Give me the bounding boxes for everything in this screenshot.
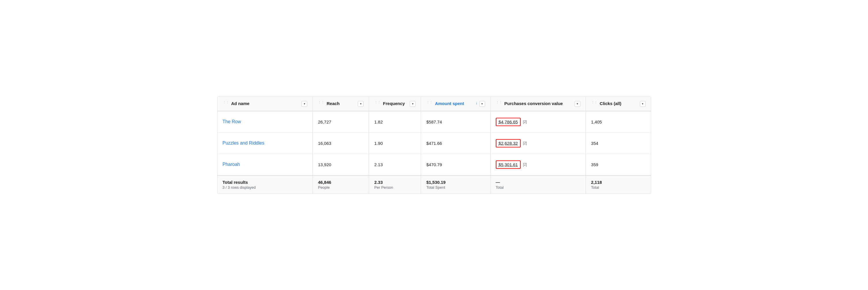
cell-frequency-1: 1.90 — [369, 132, 421, 154]
col-header-ad-name: ⋮⋮ Ad name ▾ — [217, 97, 313, 111]
col-dropdown-amount-spent[interactable]: ▾ — [479, 101, 485, 107]
col-title-reach: Reach — [327, 101, 356, 106]
cell-clicks-0: 1,405 — [586, 111, 651, 133]
table-row: The Row 26,727 1.82 $587.74 $4,786.65 [2… — [217, 111, 651, 133]
footer-clicks-cell: 2,118 Total — [586, 175, 651, 194]
footer-amount-value: $1,530.19 — [426, 180, 485, 185]
col-title-frequency: Frequency — [383, 101, 409, 106]
table-row: Pharoah 13,920 2.13 $470.79 $5,301.61 [2… — [217, 154, 651, 175]
drag-handle-clicks-all: ⋮⋮ — [591, 101, 597, 104]
drag-handle-purchases-conversion: ⋮⋮ — [496, 101, 502, 104]
cell-clicks-2: 359 — [586, 154, 651, 175]
rows-displayed-label: 3 / 3 rows displayed — [223, 185, 308, 190]
ad-name-link-2[interactable]: Pharoah — [223, 162, 240, 167]
footer-amount-cell: $1,530.19 Total Spent — [421, 175, 490, 194]
cell-reach-2: 13,920 — [313, 154, 369, 175]
footer-amount-sub: Total Spent — [426, 185, 485, 190]
footer-pcv-value: — — [496, 180, 580, 185]
footnote-badge-0: [2] — [523, 120, 527, 124]
sort-descending-icon: ↓ — [475, 101, 477, 105]
footnote-badge-2: [2] — [523, 162, 527, 166]
footer-clicks-value: 2,118 — [591, 180, 646, 185]
col-header-clicks-all: ⋮⋮ Clicks (all) ▾ — [586, 97, 651, 111]
conversion-value-box-0: $4,786.65 — [496, 118, 521, 126]
col-header-amount-spent: ⋮⋮ Amount spent ↓ ▾ — [421, 97, 490, 111]
cell-ad-name-1: Puzzles and Riddles — [217, 132, 313, 154]
footer-frequency-value: 2.33 — [374, 180, 415, 185]
col-header-purchases-conversion: ⋮⋮ Purchases conversion value ▾ — [490, 97, 586, 111]
col-title-purchases-conversion: Purchases conversion value — [504, 101, 574, 106]
footnote-badge-1: [2] — [523, 141, 527, 145]
cell-frequency-2: 2.13 — [369, 154, 421, 175]
cell-amount-1: $471.66 — [421, 132, 490, 154]
conversion-value-box-1: $2,628.32 — [496, 139, 521, 148]
col-title-clicks-all: Clicks (all) — [600, 101, 639, 106]
ad-name-link-0[interactable]: The Row — [223, 119, 241, 124]
footer-row: Total results 3 / 3 rows displayed 46,84… — [217, 175, 651, 194]
footer-frequency-cell: 2.33 Per Person — [369, 175, 421, 194]
col-title-amount-spent: Amount spent — [435, 101, 474, 106]
footer-label-cell: Total results 3 / 3 rows displayed — [217, 175, 313, 194]
col-dropdown-ad-name[interactable]: ▾ — [302, 101, 307, 107]
col-dropdown-purchases-conversion[interactable]: ▾ — [575, 101, 580, 107]
ad-name-link-1[interactable]: Puzzles and Riddles — [223, 140, 265, 146]
cell-amount-0: $587.74 — [421, 111, 490, 133]
footer-pcv-sub: Total — [496, 185, 580, 190]
cell-amount-2: $470.79 — [421, 154, 490, 175]
data-table: ⋮⋮ Ad name ▾ ⋮⋮ Reach ▾ ⋮⋮ Frequency — [217, 96, 651, 194]
cell-frequency-0: 1.82 — [369, 111, 421, 133]
col-header-reach: ⋮⋮ Reach ▾ — [313, 97, 369, 111]
cell-conversion-1: $2,628.32 [2] — [490, 132, 586, 154]
cell-reach-1: 16,063 — [313, 132, 369, 154]
cell-conversion-2: $5,301.61 [2] — [490, 154, 586, 175]
footer-reach-cell: 46,846 People — [313, 175, 369, 194]
cell-ad-name-0: The Row — [217, 111, 313, 133]
drag-handle-amount-spent: ⋮⋮ — [426, 101, 433, 104]
col-header-frequency: ⋮⋮ Frequency ▾ — [369, 97, 421, 111]
col-dropdown-reach[interactable]: ▾ — [358, 101, 364, 107]
table-row: Puzzles and Riddles 16,063 1.90 $471.66 … — [217, 132, 651, 154]
footer-reach-value: 46,846 — [318, 180, 364, 185]
cell-clicks-1: 354 — [586, 132, 651, 154]
cell-ad-name-2: Pharoah — [217, 154, 313, 175]
col-dropdown-clicks-all[interactable]: ▾ — [640, 101, 646, 107]
footer-pcv-cell: — Total — [490, 175, 586, 194]
footer-clicks-sub: Total — [591, 185, 646, 190]
col-title-ad-name: Ad name — [231, 101, 301, 106]
drag-handle-frequency: ⋮⋮ — [374, 101, 380, 104]
drag-handle-reach: ⋮⋮ — [318, 101, 324, 104]
conversion-value-box-2: $5,301.61 — [496, 160, 521, 169]
col-dropdown-frequency[interactable]: ▾ — [410, 101, 415, 107]
cell-conversion-0: $4,786.65 [2] — [490, 111, 586, 133]
cell-reach-0: 26,727 — [313, 111, 369, 133]
drag-handle-ad-name: ⋮⋮ — [223, 101, 229, 104]
total-results-label: Total results — [223, 180, 308, 185]
footer-frequency-sub: Per Person — [374, 185, 415, 190]
footer-reach-sub: People — [318, 185, 364, 190]
